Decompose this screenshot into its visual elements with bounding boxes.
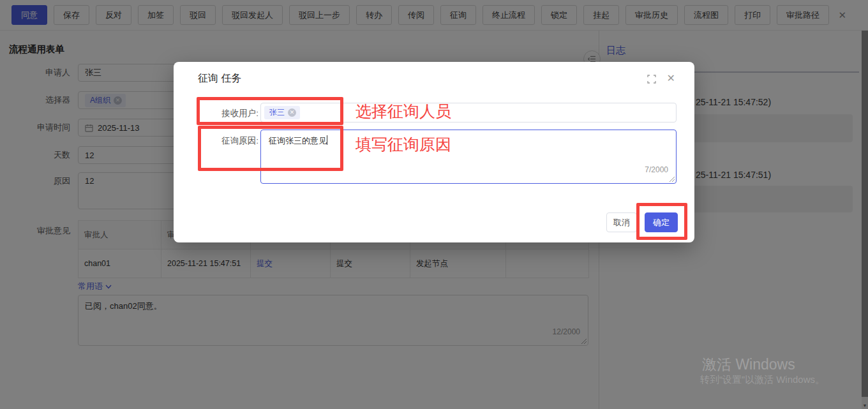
dialog-close-icon[interactable]: ✕	[667, 72, 675, 84]
cancel-button[interactable]: 取消	[606, 212, 637, 232]
receiver-label: 接收用户:	[193, 108, 258, 119]
receiver-tag-label: 张三	[269, 107, 285, 118]
app-window: 同意 保存 反对 加签 驳回 驳回发起人 驳回上一步 转办 传阅 征询 终止流程…	[0, 0, 868, 409]
annotation-select-person: 选择征询人员	[355, 101, 451, 122]
annotation-fill-reason: 填写征询原因	[355, 134, 451, 155]
receiver-tag: 张三 ✕	[264, 106, 300, 119]
vertical-scrollbar[interactable]: ▼	[862, 31, 868, 409]
scrollbar-down-arrow[interactable]: ▼	[862, 403, 868, 408]
text-caret	[327, 135, 327, 145]
fullscreen-icon[interactable]	[647, 75, 656, 84]
confirm-button[interactable]: 确定	[645, 212, 678, 232]
reason-char-counter: 7/2000	[645, 165, 668, 174]
resize-grip[interactable]	[668, 175, 675, 182]
consult-reason-text: 征询张三的意见	[269, 136, 327, 145]
windows-activation-watermark: 激活 Windows	[702, 355, 795, 375]
dialog-title: 征询 任务	[198, 72, 241, 86]
scrollbar-thumb[interactable]	[862, 31, 868, 397]
consult-reason-textarea[interactable]: 征询张三的意见 7/2000	[260, 130, 677, 184]
receiver-input[interactable]: 张三 ✕	[260, 103, 677, 123]
tag-remove-icon[interactable]: ✕	[288, 108, 296, 117]
windows-activation-subtitle: 转到“设置”以激活 Windows。	[700, 374, 825, 386]
consult-reason-label: 征询原因:	[193, 135, 258, 147]
